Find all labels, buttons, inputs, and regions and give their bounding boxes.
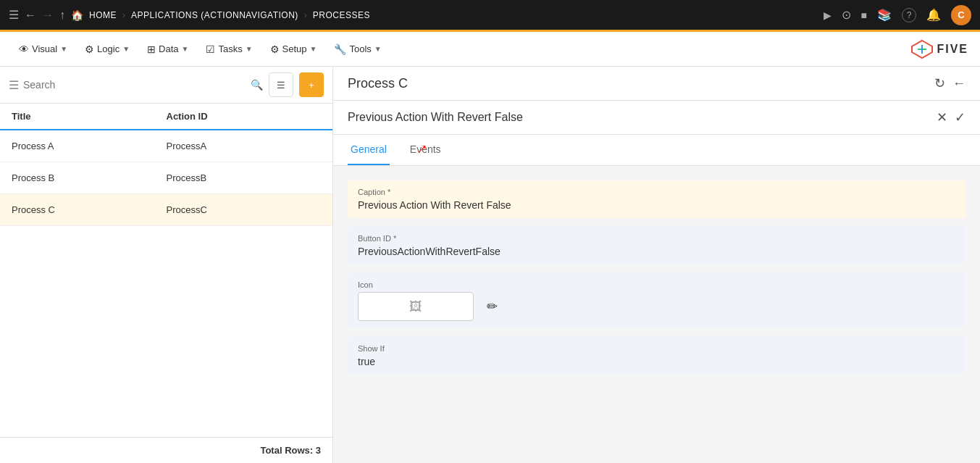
data-menu[interactable]: ⊞ Data ▼ (140, 39, 196, 59)
bell-icon[interactable]: 🔔 (926, 8, 941, 22)
table-header: Title Action ID (0, 104, 332, 130)
second-nav-left: 👁 Visual ▼ ⚙ Logic ▼ ⊞ Data ▼ ☑ Tasks ▼ … (12, 39, 389, 59)
help-icon[interactable]: ? (902, 8, 916, 22)
caption-value[interactable]: Previous Action With Revert False (358, 199, 955, 211)
right-header-icons: ↻ ← (934, 75, 966, 91)
action-id-column-header: Action ID (167, 111, 322, 122)
back-arrow-right-icon[interactable]: ← (952, 76, 966, 91)
table-row-selected[interactable]: Process C ProcessC (0, 194, 332, 226)
tools-icon: 🔧 (334, 43, 346, 55)
title-column-header: Title (12, 111, 167, 122)
forward-arrow-icon[interactable]: → (42, 9, 54, 22)
back-arrow-icon[interactable]: ← (25, 9, 36, 22)
form-subheader: Previous Action With Revert False ✕ ✓ (333, 101, 980, 135)
home-icon: 🏠 (71, 9, 83, 21)
table-row[interactable]: Process A ProcessA (0, 130, 332, 162)
process-b-title: Process B (12, 172, 167, 183)
setup-caret: ▼ (310, 45, 317, 53)
edit-icon-pencil[interactable]: ✏ (487, 299, 498, 314)
table-row[interactable]: Process B ProcessB (0, 162, 332, 194)
top-nav-left: ☰ ← → ↑ 🏠 HOME › APPLICATIONS (ACTIONNAV… (9, 8, 818, 22)
stop-icon[interactable]: ■ (861, 9, 867, 21)
table-footer: Total Rows: 3 (0, 437, 332, 463)
setup-icon: ⚙ (270, 43, 280, 55)
main-layout: ☰ 🔍 ☰ + Title Action ID Process A Proces… (0, 67, 980, 463)
show-if-label: Show If (358, 344, 955, 353)
books-icon[interactable]: 📚 (877, 8, 892, 22)
search-bar-right: ☰ + (269, 72, 324, 97)
tasks-menu[interactable]: ☑ Tasks ▼ (198, 39, 259, 59)
caption-field-group: Caption * Previous Action With Revert Fa… (348, 180, 966, 218)
form-tabs: General Events ↑ (333, 135, 980, 166)
tools-label: Tools (349, 43, 371, 54)
five-logo-icon (910, 39, 934, 59)
process-b-action-id: ProcessB (167, 172, 322, 183)
icon-preview: 🖼 (358, 292, 474, 321)
logic-label: Logic (97, 43, 120, 54)
five-logo-text: FIVE (937, 43, 968, 56)
show-if-value[interactable]: true (358, 356, 955, 367)
total-rows-label: Total Rows: 3 (260, 445, 321, 456)
image-icon: 🖼 (409, 299, 422, 314)
button-id-value[interactable]: PreviousActionWithRevertFalse (358, 246, 955, 257)
left-panel: ☰ 🔍 ☰ + Title Action ID Process A Proces… (0, 67, 333, 463)
data-caret: ▼ (182, 45, 189, 53)
caption-label: Caption * (358, 188, 955, 196)
button-id-field-group: Button ID * PreviousActionWithRevertFals… (348, 227, 966, 264)
processes-breadcrumb[interactable]: PROCESSES (313, 10, 370, 20)
logic-caret: ▼ (122, 45, 130, 53)
search-bar: ☰ 🔍 ☰ + (0, 67, 332, 104)
search-button-icon[interactable]: 🔍 (251, 79, 263, 91)
search-bar-left: ☰ 🔍 (9, 78, 263, 92)
up-arrow-icon[interactable]: ↑ (59, 9, 65, 22)
tasks-label: Tasks (218, 43, 242, 54)
process-a-action-id: ProcessA (167, 141, 322, 151)
visual-menu[interactable]: 👁 Visual ▼ (12, 39, 75, 59)
confirm-form-icon[interactable]: ✓ (955, 109, 966, 125)
filter-icon[interactable]: ☰ (9, 78, 19, 92)
top-nav-bar: ☰ ← → ↑ 🏠 HOME › APPLICATIONS (ACTIONNAV… (0, 0, 980, 32)
right-panel-header: Process C ↻ ← (333, 67, 980, 101)
visual-icon: 👁 (19, 43, 29, 55)
setup-label: Setup (282, 43, 307, 54)
process-a-title: Process A (12, 141, 167, 151)
tools-menu[interactable]: 🔧 Tools ▼ (327, 39, 388, 59)
user-avatar[interactable]: C (951, 5, 971, 25)
setup-menu[interactable]: ⚙ Setup ▼ (263, 39, 324, 59)
top-nav-right: ▶ ⊙ ■ 📚 ? 🔔 C (824, 5, 971, 25)
process-c-action-id: ProcessC (167, 204, 322, 215)
second-nav-bar: 👁 Visual ▼ ⚙ Logic ▼ ⊞ Data ▼ ☑ Tasks ▼ … (0, 32, 980, 67)
form-subheader-icons: ✕ ✓ (937, 109, 966, 125)
five-logo: FIVE (910, 39, 968, 59)
data-icon: ⊞ (147, 43, 156, 55)
visual-label: Visual (32, 43, 57, 54)
process-c-title: Process C (12, 204, 167, 215)
data-label: Data (159, 43, 178, 54)
fields-container: Caption * Previous Action With Revert Fa… (333, 166, 980, 389)
icon-label: Icon (358, 280, 955, 289)
tab-general[interactable]: General (348, 135, 390, 165)
hamburger-icon[interactable]: ☰ (9, 8, 19, 22)
icon-field-content: 🖼 ✏ (358, 292, 955, 321)
visual-caret: ▼ (60, 45, 67, 53)
search-input[interactable] (23, 79, 246, 91)
tools-caret: ▼ (374, 45, 382, 53)
add-button[interactable]: + (299, 72, 324, 97)
form-title: Previous Action With Revert False (348, 111, 523, 124)
tasks-icon: ☑ (206, 43, 215, 55)
play-icon[interactable]: ▶ (824, 9, 832, 21)
separator1: › (122, 10, 125, 20)
logic-icon: ⚙ (85, 43, 94, 55)
process-title: Process C (348, 76, 408, 91)
refresh-icon[interactable]: ↻ (934, 75, 945, 91)
logic-menu[interactable]: ⚙ Logic ▼ (78, 39, 137, 59)
search-nav-icon[interactable]: ⊙ (842, 8, 851, 22)
list-view-button[interactable]: ☰ (269, 72, 293, 97)
icon-field-group: Icon 🖼 ✏ (348, 273, 966, 328)
separator2: › (304, 10, 307, 20)
app-breadcrumb[interactable]: APPLICATIONS (ACTIONNAVIGATION) (131, 10, 298, 20)
close-form-icon[interactable]: ✕ (937, 109, 947, 125)
right-panel: Process C ↻ ← Previous Action With Rever… (333, 67, 980, 463)
home-breadcrumb[interactable]: HOME (89, 10, 117, 20)
button-id-label: Button ID * (358, 234, 955, 243)
